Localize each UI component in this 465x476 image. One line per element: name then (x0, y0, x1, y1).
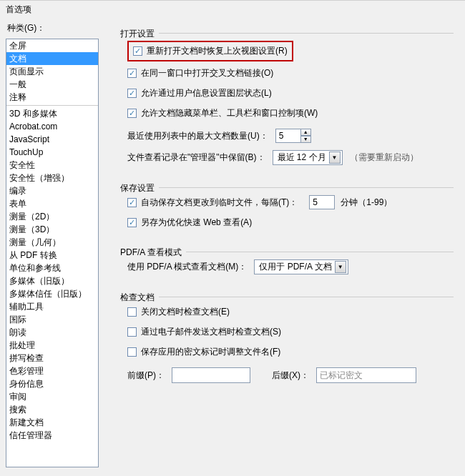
group-pdfa-mode: PDF/A 查看模式 使用 PDF/A 模式查看文档(M)： 仅用于 PDF/A… (120, 244, 454, 274)
recent-docs-spin-down[interactable]: ▼ (300, 136, 311, 143)
category-item[interactable]: 身份信息 (6, 377, 98, 390)
autosave-unit-label: 分钟（1-99） (341, 197, 392, 209)
category-item[interactable]: 3D 和多媒体 (6, 107, 98, 120)
hide-menus-label: 允许文档隐藏菜单栏、工具栏和窗口控制项(W) (141, 107, 318, 119)
category-item[interactable]: 安全性 (6, 159, 98, 172)
category-item[interactable]: 审阅 (6, 390, 98, 403)
category-item[interactable]: 多媒体（旧版） (6, 274, 98, 287)
group-open-settings: 打开设置 重新打开文档时恢复上次视图设置(R) 在同一窗口中打开交叉文档链接(O… (120, 25, 454, 165)
category-item[interactable]: 文档 (6, 52, 98, 65)
category-item[interactable]: 表单 (6, 197, 98, 210)
inspect-on-close-checkbox[interactable] (127, 307, 137, 317)
group-save-settings: 保存设置 自动保存文档更改到临时文件，每隔(T)： 分钟（1-99） 另存为优化… (120, 179, 454, 229)
group-pdfa-title: PDF/A 查看模式 (120, 247, 186, 259)
suffix-input[interactable] (316, 367, 416, 383)
autosave-checkbox[interactable] (127, 198, 137, 207)
category-item[interactable]: 注释 (6, 91, 98, 104)
group-inspect-doc: 检查文档 关闭文档时检查文档(E) 通过电子邮件发送文档时检查文档(S) 保存应… (120, 289, 454, 383)
category-item[interactable]: 朗读 (6, 326, 98, 339)
window-title: 首选项 (0, 1, 465, 18)
cross-doc-links-label: 在同一窗口中打开交叉文档链接(O) (141, 67, 273, 79)
category-listbox[interactable]: 全屏文档页面显示一般注释3D 和多媒体Acrobat.comJavaScript… (6, 39, 99, 467)
category-label: 种类(G)： (7, 22, 103, 34)
history-keep-dropdown[interactable]: 最近 12 个月 ▼ (273, 150, 343, 165)
autosave-label: 自动保存文档更改到临时文件，每隔(T)： (141, 197, 298, 209)
category-item[interactable]: 测量（3D） (6, 223, 98, 236)
pdfa-mode-label: 使用 PDF/A 模式查看文档(M)： (127, 261, 247, 273)
chevron-down-icon: ▼ (335, 261, 346, 273)
inspect-on-close-label: 关闭文档时检查文档(E) (141, 306, 230, 318)
category-item[interactable]: 色彩管理 (6, 365, 98, 377)
category-item[interactable]: 测量（几何） (6, 236, 98, 249)
category-item[interactable]: JavaScript (6, 133, 98, 146)
prefix-label: 前缀(P)： (127, 370, 165, 382)
recent-docs-label: 最近使用列表中的最大文档数量(U)： (127, 130, 268, 142)
recent-docs-input[interactable] (275, 129, 301, 143)
category-item[interactable]: 页面显示 (6, 65, 98, 78)
category-item[interactable]: 全屏 (6, 39, 98, 52)
history-restart-hint: （需要重新启动） (350, 152, 418, 164)
category-item[interactable]: 新建文档 (6, 416, 98, 429)
suffix-label: 后缀(X)： (272, 370, 309, 382)
category-item[interactable]: 单位和参考线 (6, 262, 98, 274)
restore-last-view-label: 重新打开文档时恢复上次视图设置(R) (147, 45, 288, 57)
group-save-title: 保存设置 (120, 182, 159, 194)
history-keep-value: 最近 12 个月 (278, 152, 326, 164)
category-item[interactable]: 从 PDF 转换 (6, 249, 98, 262)
chevron-down-icon: ▼ (329, 152, 341, 164)
pdfa-mode-dropdown[interactable]: 仅用于 PDF/A 文档 ▼ (254, 259, 348, 274)
layer-state-checkbox[interactable] (127, 89, 137, 98)
redact-adjust-filename-checkbox[interactable] (127, 347, 137, 357)
restore-last-view-checkbox[interactable] (133, 46, 142, 56)
category-item[interactable]: 辅助工具 (6, 300, 98, 313)
category-column: 种类(G)： 全屏文档页面显示一般注释3D 和多媒体Acrobat.comJav… (6, 18, 103, 467)
group-open-title: 打开设置 (120, 28, 159, 40)
inspect-on-email-checkbox[interactable] (127, 327, 137, 337)
category-item[interactable]: 测量（2D） (6, 210, 98, 223)
layer-state-label: 允许通过用户信息设置图层状态(L) (141, 87, 272, 99)
autosave-interval-input[interactable] (309, 195, 335, 209)
category-item[interactable]: 编录 (6, 184, 98, 197)
recent-docs-spin-up[interactable]: ▲ (300, 129, 311, 136)
prefix-input[interactable] (172, 367, 250, 383)
category-item[interactable]: 拼写检查 (6, 352, 98, 365)
content-area: 种类(G)： 全屏文档页面显示一般注释3D 和多媒体Acrobat.comJav… (0, 18, 465, 467)
list-separator (6, 105, 98, 106)
fast-web-view-checkbox[interactable] (127, 218, 137, 227)
pdfa-mode-value: 仅用于 PDF/A 文档 (259, 261, 331, 273)
history-keep-label: 文件查看记录在"管理器"中保留(B)： (127, 152, 265, 164)
redact-adjust-filename-label: 保存应用的密文标记时调整文件名(F) (141, 346, 280, 358)
category-item[interactable]: 多媒体信任（旧版） (6, 287, 98, 300)
inspect-on-email-label: 通过电子邮件发送文档时检查文档(S) (141, 326, 281, 338)
category-item[interactable]: 一般 (6, 78, 98, 91)
category-item[interactable]: Acrobat.com (6, 120, 98, 133)
group-inspect-title: 检查文档 (120, 292, 159, 304)
category-item[interactable]: 搜索 (6, 403, 98, 416)
category-item[interactable]: 信任管理器 (6, 429, 98, 442)
cross-doc-links-checkbox[interactable] (127, 69, 137, 78)
restore-last-view-highlight: 重新打开文档时恢复上次视图设置(R) (127, 41, 293, 61)
hide-menus-checkbox[interactable] (127, 109, 137, 118)
category-item[interactable]: 安全性（增强） (6, 172, 98, 184)
preferences-window: 首选项 种类(G)： 全屏文档页面显示一般注释3D 和多媒体Acrobat.co… (0, 0, 465, 476)
fast-web-view-label: 另存为优化快速 Web 查看(A) (141, 217, 252, 229)
category-item[interactable]: TouchUp (6, 146, 98, 159)
category-item[interactable]: 国际 (6, 313, 98, 326)
settings-panel: 打开设置 重新打开文档时恢复上次视图设置(R) 在同一窗口中打开交叉文档链接(O… (103, 18, 459, 467)
category-item[interactable]: 批处理 (6, 339, 98, 352)
